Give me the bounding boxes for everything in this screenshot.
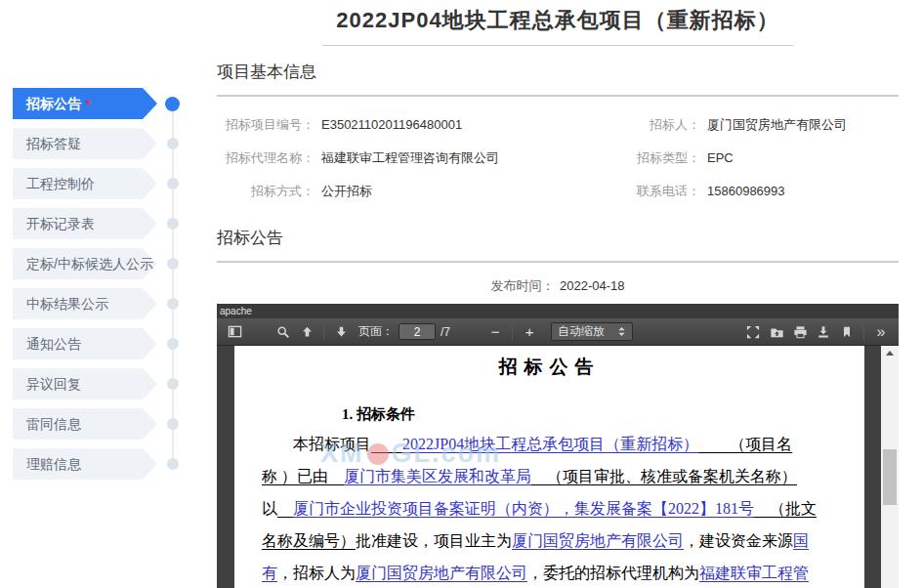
zoom-mode-select[interactable]: 自动缩放	[551, 322, 633, 341]
document-link[interactable]: 国	[793, 532, 809, 549]
sidebar-item-label: 招标答疑	[26, 136, 81, 151]
sidebar-toggle-icon	[228, 324, 242, 339]
sidebar-row-5: 中标结果公示	[13, 288, 194, 319]
field-value: 15860986993	[707, 184, 785, 198]
document-text	[371, 436, 402, 452]
page-down-button[interactable]	[329, 321, 353, 343]
basic-info-heading: 项目基本信息	[217, 61, 899, 83]
sidebar-item-label: 中标结果公示	[26, 296, 108, 312]
toolbar-right-group: »	[741, 321, 893, 343]
find-button[interactable]	[272, 321, 295, 343]
sidebar-row-0: 招标公告*	[13, 88, 194, 119]
zoom-mode-label: 自动缩放	[558, 323, 617, 340]
bookmark-icon	[841, 325, 853, 339]
timeline-dot	[167, 178, 179, 189]
pdf-toolbar: 页面： /7 − + 自动缩放	[217, 318, 899, 346]
sidebar-item-label: 异议回复	[26, 376, 81, 392]
sidebar-item-7[interactable]: 异议回复	[13, 368, 157, 399]
print-icon	[793, 325, 808, 339]
scrollbar-thumb[interactable]	[883, 449, 897, 505]
page-count: /7	[441, 325, 450, 339]
pdf-viewer: apache	[217, 304, 899, 588]
sidebar-nav: 招标公告*招标答疑工程控制价开标记录表定标/中标候选人公示中标结果公示通知公告异…	[13, 88, 194, 480]
bookmark-button[interactable]	[835, 321, 859, 343]
pdf-scrollbar[interactable]	[881, 346, 899, 588]
page-margin-gap	[864, 346, 881, 588]
field-value: E3502110201196480001	[321, 117, 462, 132]
sidebar-row-4: 定标/中标候选人公示	[13, 248, 194, 279]
announcement-heading: 招标公告	[217, 227, 899, 249]
sidebar-item-label: 招标公告	[26, 96, 81, 111]
page-down-icon	[335, 325, 348, 338]
print-button[interactable]	[788, 321, 812, 343]
document-link[interactable]: 有	[262, 565, 277, 581]
sidebar-item-5[interactable]: 中标结果公示	[13, 288, 157, 319]
document-link[interactable]: 厦门国贸房地产有限公司	[512, 532, 684, 549]
pdf-server-bar: apache	[217, 304, 899, 318]
document-line: 有，招标人为厦门国贸房地产有限公司，委托的招标代理机构为福建联审工程管	[262, 557, 837, 588]
document-text	[754, 500, 770, 517]
sidebar-item-label: 通知公告	[26, 336, 81, 352]
document-text: ，委托的招标代理机构为	[527, 565, 699, 581]
document-link[interactable]: 福建联审工程管	[699, 565, 809, 581]
section-divider	[217, 95, 899, 97]
sidebar-row-2: 工程控制价	[13, 168, 194, 199]
sidebar-item-9[interactable]: 理赔信息	[13, 448, 157, 480]
sidebar-item-1[interactable]: 招标答疑	[13, 128, 157, 159]
zoom-in-button[interactable]: +	[518, 321, 541, 343]
document-link[interactable]: 厦门市企业投资项目备案证明（内资），集发展备案【2022】181号	[293, 500, 754, 517]
timeline-dot	[167, 458, 179, 470]
sidebar-row-6: 通知公告	[13, 328, 194, 359]
required-marker: *	[86, 97, 91, 111]
toggle-sidebar-button[interactable]	[223, 321, 246, 343]
timeline-dot	[167, 138, 179, 149]
page-number-label: 页面：	[358, 323, 394, 340]
plus-icon: +	[525, 324, 534, 339]
sidebar-row-3: 开标记录表	[13, 208, 194, 239]
document-title: 招标公告	[234, 355, 864, 380]
open-file-button[interactable]	[765, 321, 788, 343]
document-text: ，招标人为	[277, 565, 356, 581]
search-icon	[276, 325, 290, 339]
sidebar-item-0[interactable]: 招标公告*	[13, 88, 157, 119]
document-text: （项目名	[730, 436, 792, 452]
sidebar-item-2[interactable]: 工程控制价	[13, 168, 157, 199]
field-label: 招标代理名称：	[217, 149, 315, 167]
timeline-dot	[167, 338, 179, 350]
page-header: 2022JP04地块工程总承包项目（重新招标）	[217, 4, 899, 46]
field-label: 招标人：	[603, 116, 700, 134]
field-value: 厦门国贸房地产有限公司	[707, 116, 847, 134]
document-link[interactable]: 2022JP04地块工程总承包项目（重新招标）	[402, 436, 698, 452]
document-line: 以 厦门市企业投资项目备案证明（内资），集发展备案【2022】181号 （批文	[262, 492, 837, 525]
timeline-dot	[167, 258, 179, 270]
scroll-up-icon[interactable]	[886, 351, 894, 356]
field-value: EPC	[707, 150, 734, 165]
sidebar-item-8[interactable]: 雷同信息	[13, 408, 157, 440]
chevrons-right-icon: »	[877, 323, 886, 341]
sidebar-row-1: 招标答疑	[13, 128, 194, 159]
sidebar-item-4[interactable]: 定标/中标候选人公示	[13, 248, 157, 279]
info-field-2: 招标代理名称：福建联审工程管理咨询有限公司	[217, 149, 603, 167]
info-field-0: 招标项目编号：E3502110201196480001	[217, 116, 603, 134]
document-text	[277, 500, 293, 517]
sidebar-item-3[interactable]: 开标记录表	[13, 208, 157, 239]
document-text	[328, 468, 344, 484]
fullscreen-icon	[746, 325, 760, 339]
document-link[interactable]: 厦门国贸房地产有限公司	[356, 565, 527, 581]
document-line: 名称及编号）批准建设，项目业主为厦门国贸房地产有限公司，建设资金来源国	[262, 525, 837, 557]
timeline-dot	[167, 378, 179, 390]
zoom-out-button[interactable]: −	[483, 321, 507, 343]
sidebar-item-label: 雷同信息	[26, 416, 81, 432]
page-up-button[interactable]	[295, 321, 318, 343]
download-button[interactable]	[812, 321, 835, 343]
document-link[interactable]: 厦门市集美区发展和改革局	[344, 468, 531, 484]
section-divider	[217, 261, 899, 263]
presentation-mode-button[interactable]	[741, 321, 765, 343]
document-text: 称 ）已由	[262, 468, 328, 484]
page-number-input[interactable]	[399, 323, 436, 340]
open-file-icon	[770, 325, 784, 339]
field-value: 公开招标	[321, 183, 372, 200]
more-tools-button[interactable]: »	[869, 321, 893, 343]
sidebar-item-6[interactable]: 通知公告	[13, 328, 157, 359]
sidebar-item-label: 定标/中标候选人公示	[26, 256, 153, 272]
